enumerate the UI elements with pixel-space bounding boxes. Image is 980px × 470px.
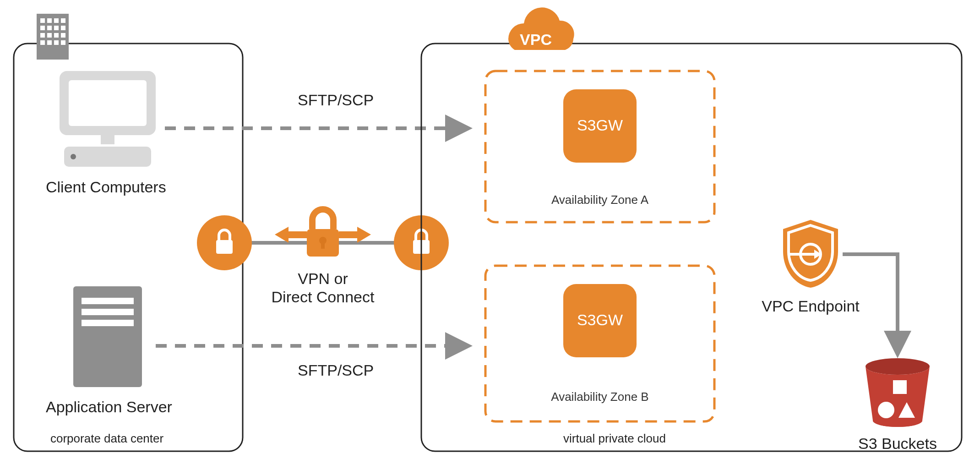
vpc-cloud-icon: VPC: [508, 7, 574, 50]
svg-rect-13: [61, 33, 65, 38]
svg-rect-21: [64, 147, 151, 167]
svg-rect-5: [61, 18, 65, 23]
svg-rect-7: [47, 26, 52, 30]
gateway-lock-icon: [275, 209, 371, 257]
architecture-diagram: corporate data center Client Computers A…: [0, 0, 980, 470]
svg-point-44: [866, 358, 930, 375]
vpc-container: virtual private cloud VPC S3GW Availabil…: [421, 7, 962, 452]
datacenter-caption: corporate data center: [50, 432, 163, 445]
svg-marker-31: [275, 227, 307, 243]
lock-circle-left-icon: [197, 215, 252, 270]
svg-rect-12: [54, 33, 59, 38]
availability-zone-b: S3GW Availability Zone B: [485, 266, 714, 421]
svg-rect-6: [40, 26, 45, 30]
svg-rect-24: [82, 298, 134, 304]
svg-rect-16: [54, 40, 59, 45]
svg-rect-19: [69, 80, 147, 126]
vpn-label-line2: Direct Connect: [272, 288, 375, 306]
vpc-caption: virtual private cloud: [563, 432, 666, 445]
svg-rect-9: [61, 26, 65, 30]
vpc-endpoint-icon: [783, 220, 838, 288]
s3-buckets-label: S3 Buckets: [858, 435, 937, 452]
svg-rect-35: [321, 240, 325, 249]
svg-rect-17: [61, 40, 65, 45]
bottom-protocol-label: SFTP/SCP: [298, 361, 374, 379]
svg-rect-10: [40, 33, 45, 38]
building-icon: [37, 14, 69, 60]
svg-point-45: [873, 414, 922, 427]
svg-rect-11: [47, 33, 52, 38]
connection-group: SFTP/SCP SFTP/SCP VPN or Direct Connect: [156, 91, 467, 379]
svg-rect-28: [216, 240, 233, 254]
availability-zone-a: S3GW Availability Zone A: [485, 71, 714, 222]
svg-point-47: [878, 402, 894, 418]
svg-rect-15: [47, 40, 52, 45]
vpn-label-line1: VPN or: [298, 270, 348, 287]
s3gw-a-label: S3GW: [577, 116, 623, 134]
svg-rect-8: [54, 26, 59, 30]
top-protocol-label: SFTP/SCP: [298, 91, 374, 109]
svg-rect-4: [54, 18, 59, 23]
client-computer-icon: [60, 71, 156, 167]
client-computers-label: Client Computers: [46, 178, 166, 196]
svg-rect-20: [101, 135, 114, 144]
application-server-icon: [73, 286, 142, 387]
az-b-label: Availability Zone B: [551, 390, 648, 404]
svg-rect-14: [40, 40, 45, 45]
application-server-label: Application Server: [46, 398, 172, 415]
svg-point-22: [71, 154, 76, 159]
vpc-endpoint-label: VPC Endpoint: [762, 297, 860, 315]
svg-rect-25: [82, 309, 134, 315]
svg-marker-32: [339, 227, 371, 243]
svg-rect-2: [40, 18, 45, 23]
az-a-label: Availability Zone A: [551, 193, 649, 207]
s3gw-b-label: S3GW: [577, 311, 623, 328]
svg-rect-26: [82, 320, 134, 326]
vpc-badge-label: VPC: [520, 31, 552, 48]
svg-rect-46: [893, 380, 907, 394]
s3-bucket-icon: [866, 358, 930, 427]
svg-rect-3: [47, 18, 52, 23]
